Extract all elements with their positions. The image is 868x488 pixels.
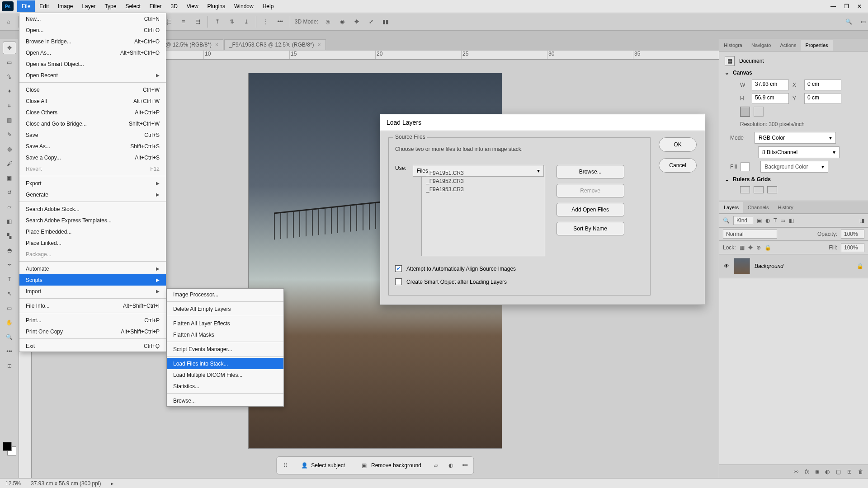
menu-item[interactable]: Search Adobe Stock... xyxy=(19,203,166,215)
new-group-icon[interactable]: ▢ xyxy=(836,469,841,475)
select-subject-button[interactable]: 👤 Select subject xyxy=(296,460,349,471)
brush-tool[interactable]: 🖌 xyxy=(3,157,16,170)
menu-item[interactable]: Script Events Manager... xyxy=(167,343,283,355)
eraser-tool[interactable]: ▱ xyxy=(3,201,16,213)
menu-item[interactable]: Automate▶ xyxy=(19,263,166,274)
magic-wand-tool[interactable]: ✦ xyxy=(3,85,16,98)
menu-item[interactable]: Open as Smart Object... xyxy=(19,58,166,70)
menu-item[interactable]: Search Adobe Express Templates... xyxy=(19,215,166,226)
menu-item[interactable]: Open...Ctrl+O xyxy=(19,24,166,36)
visibility-icon[interactable]: 👁 xyxy=(724,263,729,269)
guides-icon[interactable] xyxy=(767,186,777,193)
menu-type[interactable]: Type xyxy=(100,0,121,12)
tab-history[interactable]: History xyxy=(774,202,798,213)
menu-window[interactable]: Window xyxy=(230,0,258,12)
menu-plugins[interactable]: Plugins xyxy=(203,0,230,12)
menu-item[interactable]: SaveCtrl+S xyxy=(19,129,166,141)
home-icon[interactable]: ⌂ xyxy=(4,17,14,27)
sort-by-name-button[interactable]: Sort By Name xyxy=(557,222,624,235)
gradient-tool[interactable]: ◧ xyxy=(3,215,16,228)
more-options-icon[interactable]: ••• xyxy=(275,17,285,27)
opacity-input[interactable]: 100% xyxy=(841,230,864,239)
menu-item[interactable]: Statistics... xyxy=(167,380,283,392)
menu-select[interactable]: Select xyxy=(121,0,145,12)
shape-tool[interactable]: ▭ xyxy=(3,302,16,314)
search-icon[interactable]: 🔍 xyxy=(723,217,730,224)
distribute-icon[interactable]: ⋮ xyxy=(261,17,271,27)
minimize-icon[interactable]: — xyxy=(830,3,836,9)
blend-mode-dropdown[interactable]: Normal xyxy=(723,230,777,239)
move-tool[interactable]: ✥ xyxy=(3,42,16,54)
menu-item[interactable]: Save a Copy...Alt+Ctrl+S xyxy=(19,152,166,163)
auto-align-checkbox-row[interactable]: ✔ Attempt to Automatically Align Source … xyxy=(395,265,644,272)
dodge-tool[interactable]: ◓ xyxy=(3,244,16,257)
path-select-tool[interactable]: ↖ xyxy=(3,287,16,300)
rulers-section-toggle[interactable]: ⌄ Rulers & Grids xyxy=(725,176,863,183)
checkbox-checked-icon[interactable]: ✔ xyxy=(395,265,402,272)
lasso-tool[interactable]: ᔐ xyxy=(3,70,16,83)
menu-file[interactable]: File xyxy=(17,0,35,12)
menu-item[interactable]: RevertF12 xyxy=(19,163,166,174)
layer-row-background[interactable]: 👁 Background 🔒 xyxy=(719,254,868,278)
3d-orbit-icon[interactable]: ◎ xyxy=(323,17,333,27)
3d-camera-icon[interactable]: ▮▮ xyxy=(381,17,391,27)
align-right-icon[interactable]: ⇶ xyxy=(193,17,203,27)
add-mask-icon[interactable]: ◙ xyxy=(816,469,819,475)
close-tab-icon[interactable]: × xyxy=(215,42,218,48)
menu-edit[interactable]: Edit xyxy=(35,0,53,12)
menu-item[interactable]: Scripts▶ xyxy=(19,274,166,286)
eyedropper-tool[interactable]: ✎ xyxy=(3,128,16,141)
filter-smart-icon[interactable]: ◧ xyxy=(789,217,794,224)
3d-scale-icon[interactable]: ⤢ xyxy=(366,17,376,27)
filter-shape-icon[interactable]: ▭ xyxy=(780,217,785,224)
lock-position-icon[interactable]: ✥ xyxy=(748,244,753,251)
document-tab[interactable]: _F9A1953.CR3 @ 12.5% (RGB/8*) × xyxy=(224,39,326,50)
filter-type-icon[interactable]: T xyxy=(774,217,777,224)
3d-move-icon[interactable]: ✥ xyxy=(352,17,362,27)
pen-tool[interactable]: ✒ xyxy=(3,258,16,271)
menu-item[interactable]: Flatten All Masks xyxy=(167,329,283,340)
menu-item[interactable]: Browse in Bridge...Alt+Ctrl+O xyxy=(19,36,166,47)
orientation-landscape-icon[interactable] xyxy=(754,107,764,117)
bit-depth-dropdown[interactable]: 8 Bits/Channel▾ xyxy=(758,146,840,158)
menu-item[interactable]: Browse... xyxy=(167,395,283,406)
crop-tool[interactable]: ⌗ xyxy=(3,99,16,112)
type-tool[interactable]: T xyxy=(3,273,16,286)
menu-image[interactable]: Image xyxy=(53,0,77,12)
healing-tool[interactable]: ◍ xyxy=(3,143,16,155)
menu-item[interactable]: Close OthersAlt+Ctrl+P xyxy=(19,107,166,118)
tab-properties[interactable]: Properties xyxy=(801,40,832,51)
hand-tool[interactable]: ✋ xyxy=(3,316,16,329)
file-list[interactable]: _F9A1951.CR3 _F9A1952.CR3 _F9A1953.CR3 xyxy=(421,166,545,256)
align-center-v-icon[interactable]: ⇅ xyxy=(227,17,237,27)
edit-toolbar-icon[interactable]: ⊡ xyxy=(3,360,16,372)
menu-item[interactable]: Import▶ xyxy=(19,286,166,297)
add-open-files-button[interactable]: Add Open Files xyxy=(557,203,624,216)
adjustment-icon[interactable]: ◐ xyxy=(447,461,455,469)
align-center-h-icon[interactable]: ≡ xyxy=(179,17,189,27)
layer-fx-icon[interactable]: fx xyxy=(805,469,809,475)
lock-all-icon[interactable]: 🔒 xyxy=(764,244,771,251)
lock-icon[interactable]: 🔒 xyxy=(857,263,863,269)
grid-icon[interactable] xyxy=(754,186,764,193)
menu-item[interactable]: Delete All Empty Layers xyxy=(167,303,283,314)
menu-item[interactable]: File Info...Alt+Shift+Ctrl+I xyxy=(19,300,166,311)
remove-background-button[interactable]: ▣ Remove background xyxy=(356,460,426,471)
workspace-icon[interactable]: ▭ xyxy=(858,17,868,27)
menu-item[interactable]: Load Multiple DICOM Files... xyxy=(167,369,283,380)
delete-layer-icon[interactable]: 🗑 xyxy=(858,469,863,475)
marquee-tool[interactable]: ▭ xyxy=(3,56,16,69)
3d-pan-icon[interactable]: ◉ xyxy=(337,17,347,27)
smart-object-checkbox-row[interactable]: Create Smart Object after Loading Layers xyxy=(395,278,644,285)
lock-pixels-icon[interactable]: ▦ xyxy=(740,244,745,251)
lock-artboard-icon[interactable]: ⊕ xyxy=(756,244,761,251)
menu-item[interactable]: Load Files into Stack... xyxy=(167,358,283,369)
menu-item[interactable]: Close AllAlt+Ctrl+W xyxy=(19,95,166,107)
menu-item[interactable]: Export▶ xyxy=(19,178,166,189)
menu-view[interactable]: View xyxy=(182,0,203,12)
menu-item[interactable]: Print One CopyAlt+Shift+Ctrl+P xyxy=(19,326,166,337)
more-ctx-icon[interactable]: ••• xyxy=(461,461,469,469)
menu-item[interactable]: Close and Go to Bridge...Shift+Ctrl+W xyxy=(19,118,166,129)
cancel-button[interactable]: Cancel xyxy=(659,158,697,173)
menu-item[interactable]: Open Recent▶ xyxy=(19,70,166,81)
